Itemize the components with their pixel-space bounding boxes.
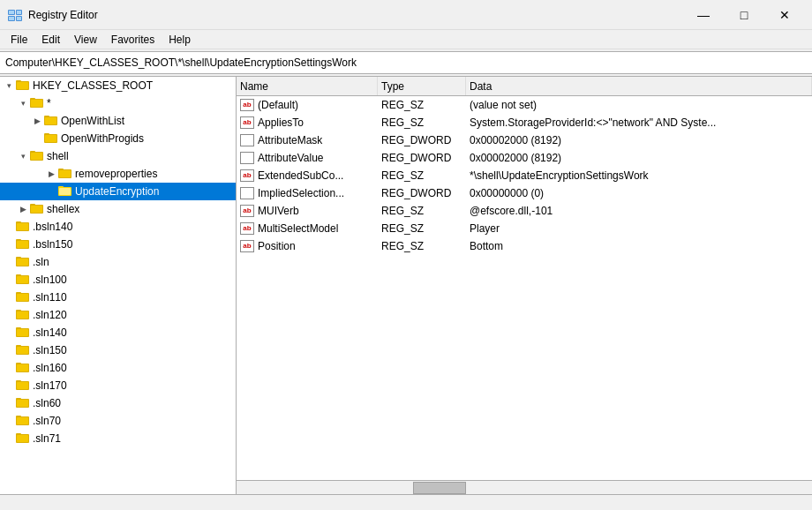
cell-type-3: REG_DWORD: [378, 152, 466, 164]
data-rows[interactable]: ab (Default) REG_SZ (value not set) ab A…: [237, 96, 812, 480]
menu-favorites[interactable]: Favorites: [104, 32, 162, 48]
cell-name-2: AttributeMask: [237, 134, 378, 146]
folder-icon-1: [30, 96, 44, 111]
tree-item-sln120[interactable]: ▶ .sln120: [0, 306, 236, 324]
column-headers: Name Type Data: [237, 77, 812, 96]
expand-icon-1: ▾: [16, 94, 30, 112]
tree-item-openwithlist[interactable]: ▶ OpenWithList: [0, 112, 236, 130]
menu-edit[interactable]: Edit: [34, 32, 67, 48]
title-bar: Registry Editor — □ ✕: [0, 0, 812, 30]
reg-sz-icon: ab: [240, 240, 254, 252]
tree-label-13: .sln120: [33, 309, 67, 321]
table-row[interactable]: ab MultiSelectModel REG_SZ Player: [237, 220, 812, 237]
folder-icon-0: [16, 79, 30, 94]
svg-rect-43: [17, 276, 28, 283]
tree-item-bsln150[interactable]: ▶ .bsln150: [0, 236, 236, 253]
tree-item-sln[interactable]: ▶ .sln: [0, 253, 236, 271]
svg-rect-28: [59, 188, 71, 195]
cell-name-0: ab (Default): [237, 99, 378, 111]
cell-data-5: 0x00000000 (0): [466, 187, 812, 199]
table-row[interactable]: ab AppliesTo REG_SZ System.StorageProvid…: [237, 114, 812, 131]
tree-item-sln140[interactable]: ▶ .sln140: [0, 324, 236, 341]
menu-help[interactable]: Help: [162, 32, 198, 48]
folder-icon-6: [58, 184, 72, 199]
svg-rect-70: [17, 435, 28, 442]
tree-item-sln100[interactable]: ▶ .sln100: [0, 271, 236, 289]
hscroll-thumb[interactable]: [413, 482, 466, 494]
svg-rect-40: [17, 259, 28, 266]
svg-rect-55: [17, 347, 28, 354]
col-header-type[interactable]: Type: [378, 77, 466, 95]
folder-icon-10: [16, 255, 30, 270]
folder-icon-8: [16, 220, 30, 235]
tree-item-sln170[interactable]: ▶ .sln170: [0, 377, 236, 394]
menu-file[interactable]: File: [4, 32, 34, 48]
tree-label-7: shellex: [47, 203, 79, 215]
table-row[interactable]: ab MUIVerb REG_SZ @efscore.dll,-101: [237, 202, 812, 220]
folder-icon-15: [16, 343, 30, 358]
folder-icon-19: [16, 414, 30, 429]
cell-type-0: REG_SZ: [378, 99, 466, 111]
tree-label-2: OpenWithList: [61, 115, 124, 127]
cell-data-8: Bottom: [466, 240, 812, 252]
entry-name-6: MUIVerb: [258, 205, 299, 217]
reg-sz-icon: ab: [240, 222, 254, 235]
expand-icon-2: ▶: [30, 112, 44, 130]
col-header-name[interactable]: Name: [237, 77, 378, 95]
tree-label-18: .sln60: [33, 397, 61, 409]
cell-type-8: REG_SZ: [378, 240, 466, 252]
svg-rect-25: [59, 170, 71, 177]
tree-label-9: .bsln150: [33, 238, 72, 251]
tree-item-bsln140[interactable]: ▶ .bsln140: [0, 218, 236, 236]
tree-item-sln71[interactable]: ▶ .sln71: [0, 430, 236, 447]
table-row[interactable]: AttributeMask REG_DWORD 0x00002000 (8192…: [237, 131, 812, 149]
tree-item-openwithprogids[interactable]: ▶ OpenWithProgids: [0, 130, 236, 147]
svg-rect-37: [17, 241, 28, 248]
tree-item-sln60[interactable]: ▶ .sln60: [0, 394, 236, 412]
svg-rect-67: [17, 417, 28, 424]
table-row[interactable]: ImpliedSelection... REG_DWORD 0x00000000…: [237, 184, 812, 202]
tree-label-20: .sln71: [33, 432, 61, 445]
tree-label-17: .sln170: [33, 379, 67, 392]
reg-dword-icon: [240, 187, 254, 199]
close-button[interactable]: ✕: [764, 0, 805, 30]
tree-item-updateencryption[interactable]: ▶ UpdateEncryption: [0, 183, 236, 200]
tree-panel[interactable]: ▾ HKEY_CLASSES_ROOT ▾ * ▶ OpenWithList ▶: [0, 77, 237, 494]
cell-data-2: 0x00002000 (8192): [466, 134, 812, 146]
minimize-button[interactable]: —: [683, 0, 724, 30]
tree-item-sln150[interactable]: ▶ .sln150: [0, 341, 236, 359]
svg-rect-5: [17, 11, 21, 14]
table-row[interactable]: ab Position REG_SZ Bottom: [237, 237, 812, 255]
tree-item-removeproperties[interactable]: ▶ removeproperties: [0, 165, 236, 183]
table-row[interactable]: ab ExtendedSubCo... REG_SZ *\shell\Updat…: [237, 167, 812, 184]
tree-item-sln110[interactable]: ▶ .sln110: [0, 289, 236, 306]
table-row[interactable]: ab (Default) REG_SZ (value not set): [237, 96, 812, 114]
cell-name-1: ab AppliesTo: [237, 116, 378, 129]
cell-data-6: @efscore.dll,-101: [466, 205, 812, 217]
window-title: Registry Editor: [28, 9, 683, 21]
menu-view[interactable]: View: [67, 32, 104, 48]
tree-item-shellex[interactable]: ▶ shellex: [0, 200, 236, 218]
svg-rect-22: [31, 153, 42, 160]
folder-icon-16: [16, 361, 30, 376]
entry-name-8: Position: [258, 240, 296, 252]
maximize-button[interactable]: □: [724, 0, 764, 30]
tree-item-star[interactable]: ▾ *: [0, 94, 236, 112]
expand-icon-7: ▶: [16, 200, 30, 218]
entry-name-2: AttributeMask: [258, 134, 322, 146]
cell-data-4: *\shell\UpdateEncryptionSettingsWork: [466, 169, 812, 182]
entry-name-7: MultiSelectModel: [258, 222, 338, 235]
expand-icon-0: ▾: [2, 77, 16, 94]
svg-rect-46: [17, 294, 28, 301]
col-header-data[interactable]: Data: [466, 77, 812, 95]
reg-sz-icon: ab: [240, 169, 254, 182]
cell-data-3: 0x00002000 (8192): [466, 152, 812, 164]
tree-item-hkey-classes-root[interactable]: ▾ HKEY_CLASSES_ROOT: [0, 77, 236, 94]
folder-icon-18: [16, 396, 30, 411]
horizontal-scrollbar[interactable]: [237, 480, 812, 494]
tree-item-sln70[interactable]: ▶ .sln70: [0, 412, 236, 430]
tree-item-shell[interactable]: ▾ shell: [0, 147, 236, 165]
reg-sz-icon: ab: [240, 99, 254, 111]
table-row[interactable]: AttributeValue REG_DWORD 0x00002000 (819…: [237, 149, 812, 167]
tree-item-sln160[interactable]: ▶ .sln160: [0, 359, 236, 377]
